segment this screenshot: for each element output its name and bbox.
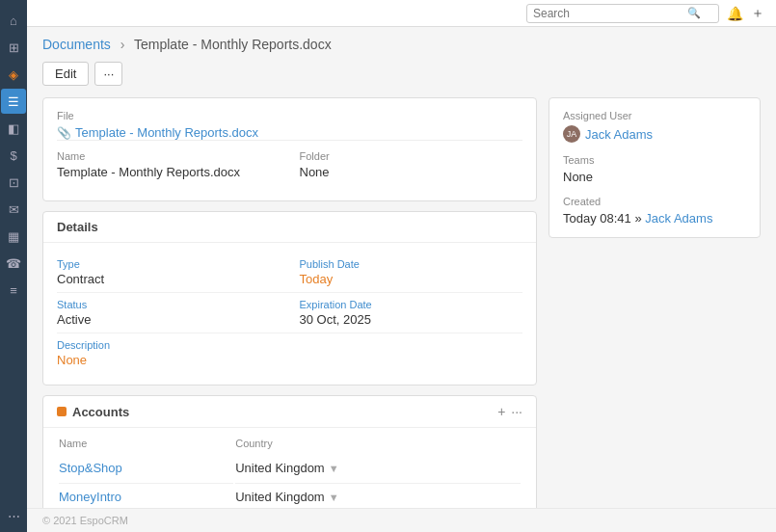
created-field: Created Today 08:41 » Jack Adams: [563, 196, 746, 226]
sidebar-card: Assigned User JA Jack Adams Teams None C…: [549, 97, 761, 238]
toolbar: Edit ···: [42, 62, 761, 86]
sidebar-icon-list[interactable]: ≡: [1, 278, 26, 303]
name-value: Template - Monthly Reports.docx: [57, 165, 281, 179]
breadcrumb-parent[interactable]: Documents: [42, 37, 111, 52]
paperclip-icon: 📎: [57, 126, 71, 140]
sidebar-icon-home[interactable]: ⌂: [1, 8, 26, 33]
content-main: File 📎 Template - Monthly Reports.docx N…: [42, 97, 537, 508]
sidebar-icon-tag[interactable]: ◈: [1, 62, 26, 87]
breadcrumb-separator: ›: [120, 37, 125, 52]
description-value: None: [57, 353, 522, 367]
publish-date-value: Today: [300, 272, 523, 286]
file-label: File: [57, 110, 522, 121]
search-bar[interactable]: 🔍: [526, 4, 719, 23]
teams-value: None: [563, 170, 746, 184]
breadcrumb-current: Template - Monthly Reports.docx: [134, 37, 332, 52]
search-icon: 🔍: [687, 7, 701, 19]
dropdown-arrow-icon[interactable]: ▼: [329, 463, 339, 474]
sidebar-icon-calendar[interactable]: ▦: [1, 224, 26, 249]
file-name: Template - Monthly Reports.docx: [75, 125, 258, 140]
table-row: Stop&Shop United Kingdom ▼: [59, 455, 521, 481]
accounts-title: Accounts: [57, 405, 129, 419]
col-country: Country: [235, 430, 521, 453]
more-button[interactable]: ···: [94, 62, 122, 86]
folder-value: None: [300, 165, 523, 179]
description-group: Description None: [57, 339, 522, 367]
accounts-label: Accounts: [72, 405, 129, 419]
accounts-dot: [57, 407, 67, 416]
accounts-table: Name Country Stop&Shop United Kingdom ▼: [57, 428, 522, 508]
file-link[interactable]: 📎 Template - Monthly Reports.docx: [57, 125, 522, 140]
top-header: 🔍 🔔 ＋: [27, 0, 776, 27]
plus-icon[interactable]: ＋: [751, 5, 764, 22]
details-card: Details Type Contract Publish Date Today: [42, 211, 537, 386]
created-label: Created: [563, 196, 746, 207]
footer: © 2021 EspoCRM: [27, 508, 776, 532]
teams-label: Teams: [563, 154, 746, 166]
accounts-add-button[interactable]: +: [497, 404, 505, 419]
expiration-label: Expiration Date: [300, 299, 523, 310]
created-time: Today 08:41: [563, 211, 631, 226]
created-separator: »: [634, 211, 645, 226]
sidebar-icon-grid[interactable]: ⊞: [1, 35, 26, 60]
country-value: United Kingdom: [235, 461, 325, 475]
status-expiration-row: Status Active Expiration Date 30 Oct, 20…: [57, 293, 522, 333]
file-card: File 📎 Template - Monthly Reports.docx N…: [42, 97, 537, 201]
publish-date-label: Publish Date: [300, 258, 523, 270]
sidebar-icon-dollar[interactable]: $: [1, 143, 26, 168]
dropdown-arrow-icon[interactable]: ▼: [329, 492, 339, 503]
name-folder-row: Name Template - Monthly Reports.docx Fol…: [57, 140, 522, 189]
assigned-user-name[interactable]: Jack Adams: [585, 127, 653, 142]
header-actions: 🔔 ＋: [727, 5, 764, 22]
expiration-value: 30 Oct, 2025: [300, 312, 523, 327]
sidebar-icon-more[interactable]: ⋯: [1, 503, 26, 528]
breadcrumb: Documents › Template - Monthly Reports.d…: [42, 37, 761, 52]
status-value: Active: [57, 312, 281, 327]
assigned-user-field: Assigned User JA Jack Adams: [563, 110, 746, 143]
name-group: Name Template - Monthly Reports.docx: [57, 150, 281, 179]
country-value: United Kingdom: [235, 490, 325, 504]
assigned-user-label: Assigned User: [563, 110, 746, 121]
sidebar-icon-case[interactable]: ⊡: [1, 170, 26, 195]
search-input[interactable]: [533, 7, 687, 20]
table-row: MoneyIntro United Kingdom ▼: [59, 483, 521, 508]
account-name-cell: MoneyIntro: [59, 483, 233, 508]
details-header: Details: [43, 212, 536, 243]
avatar: JA: [563, 125, 580, 143]
assigned-user-value: JA Jack Adams: [563, 125, 746, 143]
publish-date-group: Publish Date Today: [300, 258, 523, 286]
teams-field: Teams None: [563, 154, 746, 184]
sidebar-icon-chart[interactable]: ◧: [1, 116, 26, 141]
created-info: Today 08:41 » Jack Adams: [563, 211, 746, 226]
main-content: 🔍 🔔 ＋ Documents › Template - Monthly Rep…: [27, 0, 776, 532]
sidebar: ⌂ ⊞ ◈ ☰ ◧ $ ⊡ ✉ ▦ ☎ ≡ ⋯: [0, 0, 27, 532]
type-publish-row: Type Contract Publish Date Today: [57, 253, 522, 293]
sidebar-icon-phone[interactable]: ☎: [1, 251, 26, 276]
description-label: Description: [57, 339, 522, 351]
status-group: Status Active: [57, 299, 281, 327]
type-group: Type Contract: [57, 258, 281, 286]
content-sidebar: Assigned User JA Jack Adams Teams None C…: [549, 97, 761, 508]
account-country-cell: United Kingdom ▼: [235, 455, 521, 481]
content-layout: File 📎 Template - Monthly Reports.docx N…: [42, 97, 761, 508]
edit-button[interactable]: Edit: [42, 62, 89, 86]
account-name-cell: Stop&Shop: [59, 455, 233, 481]
sidebar-icon-email[interactable]: ✉: [1, 197, 26, 222]
accounts-card: Accounts + ··· Name Country: [42, 395, 537, 508]
bell-icon[interactable]: 🔔: [727, 6, 743, 21]
created-by-link[interactable]: Jack Adams: [645, 211, 712, 226]
accounts-header: Accounts + ···: [43, 396, 536, 428]
account-name-link[interactable]: MoneyIntro: [59, 490, 121, 504]
type-label: Type: [57, 258, 281, 270]
folder-label: Folder: [300, 150, 523, 162]
status-label: Status: [57, 299, 281, 310]
account-name-link[interactable]: Stop&Shop: [59, 461, 122, 475]
footer-text: © 2021 EspoCRM: [42, 515, 128, 526]
type-value: Contract: [57, 272, 281, 286]
account-country-cell: United Kingdom ▼: [235, 483, 521, 508]
accounts-more-button[interactable]: ···: [511, 404, 522, 419]
description-row: Description None: [57, 333, 522, 373]
sidebar-icon-doc[interactable]: ☰: [1, 89, 26, 114]
page-area: Documents › Template - Monthly Reports.d…: [27, 27, 776, 508]
folder-group: Folder None: [300, 150, 523, 179]
